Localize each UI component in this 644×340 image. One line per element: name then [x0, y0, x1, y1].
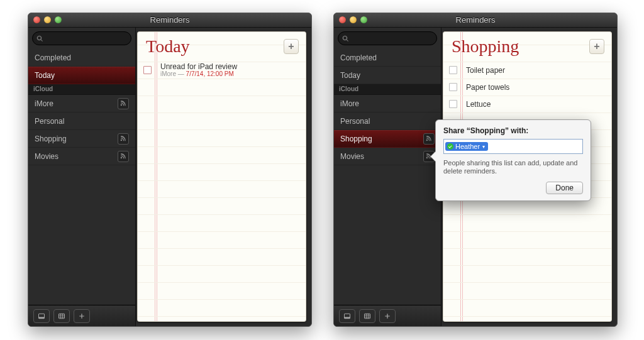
share-icon[interactable] [423, 133, 435, 145]
share-token[interactable]: Heather ▾ [445, 142, 488, 151]
sidebar-item-imore[interactable]: iMore [334, 95, 441, 112]
sidebar-section-icloud: iCloud [28, 84, 135, 95]
share-token-name: Heather [455, 143, 480, 150]
popover-arrow-icon [431, 151, 436, 162]
sidebar-item-personal[interactable]: Personal [28, 112, 135, 130]
sidebar: Completed Today iCloud iMore Personal Sh… [28, 28, 136, 327]
sidebar-item-personal[interactable]: Personal [334, 112, 441, 130]
reminder-checkbox[interactable] [449, 66, 457, 74]
add-list-button[interactable] [74, 309, 90, 323]
sidebar-item-shopping[interactable]: Shopping [28, 130, 135, 148]
reminder-row[interactable]: Paper towels [443, 79, 612, 96]
reminder-row[interactable]: Toilet paper [443, 62, 612, 79]
sidebar-list: Completed Today iCloud iMore Personal Sh… [334, 49, 441, 305]
window-title: Reminders [150, 15, 190, 25]
svg-rect-1 [39, 317, 45, 319]
card-view-button[interactable] [33, 309, 50, 323]
sidebar: Completed Today iCloud iMore Personal Sh… [334, 28, 441, 327]
calendar-view-button[interactable] [359, 309, 375, 323]
sidebar-item-movies[interactable]: Movies [334, 148, 441, 165]
sidebar-item-movies[interactable]: Movies [28, 148, 135, 165]
zoom-button[interactable] [360, 16, 367, 23]
share-popover-title: Share “Shopping” with: [443, 126, 583, 135]
svg-rect-4 [345, 317, 350, 319]
reminders-list: Unread for iPad review iMore — 7/7/14, 1… [137, 62, 306, 322]
add-reminder-button[interactable]: + [589, 39, 604, 54]
search-input[interactable] [338, 31, 437, 45]
minimize-button[interactable] [44, 16, 51, 23]
main-area: Today + Unread for iPad review iMore — 7… [136, 28, 311, 327]
share-with-input[interactable]: Heather ▾ [443, 139, 583, 154]
sidebar-item-shopping[interactable]: Shopping [334, 130, 441, 148]
reminder-checkbox[interactable] [449, 100, 457, 108]
window-title: Reminders [456, 15, 496, 25]
traffic-lights [339, 16, 367, 23]
reminder-row[interactable]: Lettuce [443, 96, 612, 112]
reminder-title: Lettuce [466, 100, 491, 109]
list-title: Shopping [452, 36, 519, 57]
sidebar-item-imore[interactable]: iMore [28, 95, 135, 112]
main-area: Shopping + Toilet paper Paper towels Let… [441, 28, 617, 327]
share-icon[interactable] [118, 133, 129, 145]
sidebar-item-today[interactable]: Today [28, 67, 135, 84]
sidebar-item-completed[interactable]: Completed [334, 49, 441, 67]
bottom-toolbar [28, 305, 135, 327]
sidebar-section-icloud: iCloud [334, 84, 441, 95]
share-popover: Share “Shopping” with: Heather ▾ People … [435, 119, 591, 201]
close-button[interactable] [339, 16, 346, 23]
close-button[interactable] [33, 16, 40, 23]
reminder-checkbox[interactable] [143, 66, 152, 74]
reminder-title: Toilet paper [466, 66, 505, 75]
svg-rect-2 [59, 314, 65, 319]
checkmark-icon [447, 143, 453, 150]
reminders-window-right: Reminders Completed Today iCloud iMore P… [333, 13, 618, 327]
add-reminder-button[interactable]: + [284, 39, 299, 54]
done-button[interactable]: Done [546, 182, 583, 194]
card-view-button[interactable] [339, 309, 355, 323]
chevron-down-icon[interactable]: ▾ [482, 144, 485, 150]
paper-sheet: Today + Unread for iPad review iMore — 7… [137, 31, 306, 322]
search-input[interactable] [32, 31, 131, 45]
bottom-toolbar [334, 305, 441, 327]
sidebar-item-today[interactable]: Today [334, 67, 441, 84]
search-icon [342, 35, 349, 42]
reminder-subtitle: iMore — 7/7/14, 12:00 PM [160, 70, 237, 78]
reminders-window-left: Reminders Completed Today iCloud iMore P… [28, 13, 312, 327]
reminder-title: Paper towels [466, 83, 509, 92]
calendar-view-button[interactable] [53, 309, 70, 323]
share-icon[interactable] [118, 98, 129, 109]
titlebar[interactable]: Reminders [334, 13, 617, 28]
add-list-button[interactable] [379, 309, 396, 323]
search-icon [36, 35, 43, 42]
svg-rect-5 [365, 314, 370, 319]
share-icon[interactable] [118, 151, 129, 162]
zoom-button[interactable] [55, 16, 62, 23]
sidebar-item-completed[interactable]: Completed [28, 49, 135, 67]
traffic-lights [33, 16, 62, 23]
titlebar[interactable]: Reminders [28, 13, 311, 28]
reminder-checkbox[interactable] [449, 83, 457, 91]
reminder-row[interactable]: Unread for iPad review iMore — 7/7/14, 1… [137, 62, 306, 79]
reminder-title: Unread for iPad review [160, 63, 237, 70]
sidebar-list: Completed Today iCloud iMore Personal Sh… [28, 49, 135, 305]
minimize-button[interactable] [350, 16, 357, 23]
list-title: Today [146, 36, 190, 57]
share-hint: People sharing this list can add, update… [443, 159, 583, 175]
